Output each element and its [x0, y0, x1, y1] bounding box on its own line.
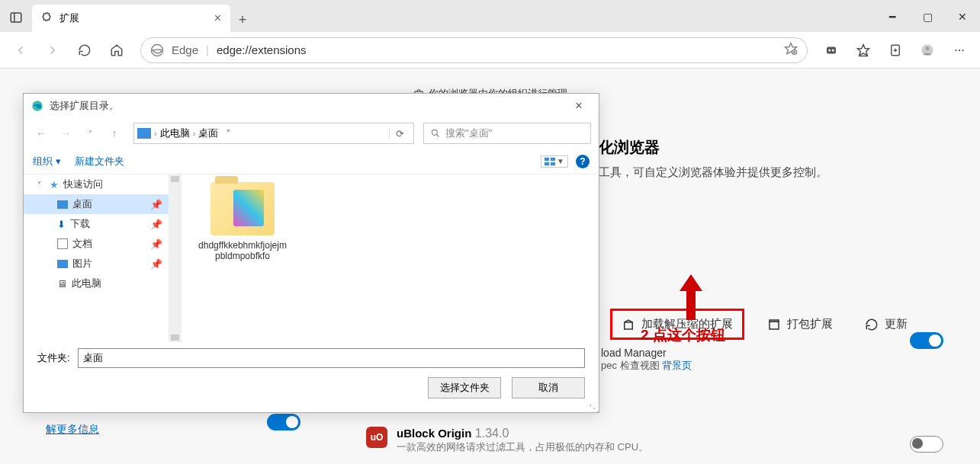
- dev-mode-toggle[interactable]: [267, 414, 300, 430]
- nav-recent-button[interactable]: ˅: [80, 123, 100, 143]
- sidebar-desktop[interactable]: 桌面📌: [24, 194, 169, 214]
- extension-toggle[interactable]: [910, 332, 943, 349]
- view-icon: [545, 157, 555, 166]
- resize-handle[interactable]: [589, 402, 596, 410]
- new-tab-button[interactable]: +: [230, 8, 255, 32]
- toolbar-icon-a[interactable]: [817, 36, 846, 65]
- profile-button[interactable]: [913, 36, 942, 65]
- svg-rect-29: [545, 157, 549, 160]
- svg-rect-21: [625, 322, 633, 329]
- svg-line-28: [437, 135, 439, 137]
- nav-forward-button[interactable]: →: [56, 123, 76, 143]
- more-button[interactable]: [945, 36, 974, 65]
- view-options-button[interactable]: ▼: [541, 155, 568, 168]
- svg-point-9: [832, 49, 834, 51]
- svg-point-17: [955, 49, 956, 50]
- arrow-up-icon: [676, 274, 706, 320]
- svg-rect-31: [545, 162, 549, 165]
- favorite-icon[interactable]: [784, 42, 798, 58]
- breadcrumb-dropdown[interactable]: ˅: [221, 128, 236, 139]
- refresh-icon: [865, 318, 879, 331]
- page-description: 工具，可自定义浏览器体验并提供更多控制。: [599, 165, 957, 180]
- cancel-button[interactable]: 取消: [512, 377, 585, 398]
- search-icon: [430, 128, 441, 139]
- svg-point-19: [962, 49, 963, 50]
- pack-extension-button[interactable]: 打包扩展: [758, 311, 842, 338]
- help-button[interactable]: ?: [576, 155, 590, 168]
- svg-rect-30: [551, 157, 555, 160]
- browser-tab[interactable]: 扩展 ×: [32, 5, 230, 32]
- forward-button[interactable]: [38, 36, 67, 65]
- background-page-link[interactable]: 背景页: [662, 360, 692, 371]
- extension-name: uBlock Origin: [397, 427, 471, 440]
- refresh-button[interactable]: [70, 36, 99, 65]
- svg-rect-32: [551, 162, 555, 165]
- archive-icon: [767, 318, 781, 331]
- extension-card: uO uBlock Origin 1.34.0 一款高效的网络请求过滤工具，占用…: [366, 427, 648, 454]
- folder-item[interactable]: dhdgffkkebhmkfjojejmpbldmpobfkfo: [197, 182, 288, 261]
- tab-strip: 扩展 × +: [32, 0, 255, 32]
- extension-version: 1.34.0: [475, 427, 509, 440]
- search-input[interactable]: 搜索"桌面": [423, 123, 591, 144]
- nav-back-button[interactable]: ←: [31, 123, 51, 143]
- dialog-title: 选择扩展目录。: [50, 99, 119, 113]
- svg-rect-7: [827, 46, 836, 53]
- maximize-button[interactable]: ▢: [910, 2, 945, 32]
- sidebar-documents[interactable]: 文档📌: [24, 234, 169, 254]
- address-bar[interactable]: Edge | edge://extensions: [140, 37, 808, 63]
- drive-icon: [137, 128, 151, 139]
- extension-partial: load Manager pec 检查视图 背景页: [601, 347, 692, 373]
- svg-rect-0: [11, 13, 21, 22]
- svg-rect-23: [770, 320, 779, 322]
- svg-rect-22: [770, 322, 779, 329]
- addressbar-brand: Edge: [172, 43, 198, 56]
- extension-description: 一款高效的网络请求过滤工具，占用极低的内存和 CPU。: [397, 440, 648, 454]
- svg-point-16: [926, 46, 930, 50]
- nav-refresh-button[interactable]: ⟳: [389, 128, 410, 139]
- tab-title: 扩展: [59, 11, 79, 25]
- sidebar-quick-access[interactable]: ˅★快速访问: [24, 174, 169, 194]
- ublock-icon: uO: [366, 427, 387, 448]
- folder-icon: [210, 182, 275, 235]
- home-button[interactable]: [102, 36, 131, 65]
- separator: |: [206, 43, 209, 56]
- breadcrumb[interactable]: › 此电脑 › 桌面 ˅ ⟳: [133, 123, 414, 144]
- select-folder-button[interactable]: 选择文件夹: [428, 377, 501, 398]
- close-tab-icon[interactable]: ×: [214, 11, 221, 25]
- addressbar-url: edge://extensions: [217, 43, 776, 56]
- dialog-close-button[interactable]: ×: [567, 99, 591, 113]
- collections-button[interactable]: [881, 36, 910, 65]
- folder-label: 文件夹:: [37, 351, 70, 365]
- dialog-sidebar: ˅★快速访问 桌面📌 ⬇下载📌 文档📌 图片📌 🖥此电脑: [24, 174, 169, 342]
- extension-icon: [41, 12, 53, 24]
- sidebar-this-pc[interactable]: 🖥此电脑: [24, 274, 169, 293]
- edge-logo-icon: [150, 43, 164, 57]
- annotation-step-2: 2.点这个按钮: [641, 325, 725, 345]
- learn-more-link[interactable]: 解更多信息: [46, 423, 99, 437]
- window-titlebar: 扩展 × + ━ ▢ ✕: [0, 0, 980, 32]
- update-button[interactable]: 更新: [856, 311, 917, 338]
- svg-marker-25: [680, 274, 702, 320]
- app-sidebar-icon[interactable]: [0, 0, 32, 32]
- svg-point-18: [959, 49, 960, 50]
- sidebar-pictures[interactable]: 图片📌: [24, 254, 169, 274]
- svg-point-8: [828, 49, 831, 51]
- package-icon: [622, 318, 635, 331]
- edge-icon: [31, 100, 43, 112]
- minimize-button[interactable]: ━: [875, 2, 910, 32]
- back-button[interactable]: [6, 36, 35, 65]
- ublock-toggle[interactable]: [910, 436, 943, 453]
- sidebar-scrollbar[interactable]: [169, 174, 182, 342]
- svg-marker-10: [858, 44, 869, 55]
- organize-button[interactable]: 组织 ▾: [33, 155, 61, 168]
- new-folder-button[interactable]: 新建文件夹: [75, 155, 124, 168]
- sidebar-downloads[interactable]: ⬇下载📌: [24, 214, 169, 234]
- file-list[interactable]: dhdgffkkebhmkfjojejmpbldmpobfkfo: [182, 174, 599, 342]
- nav-up-button[interactable]: ↑: [104, 123, 124, 143]
- folder-path-input[interactable]: [78, 348, 585, 368]
- page-heading: 化浏览器: [599, 137, 957, 158]
- close-window-button[interactable]: ✕: [945, 2, 980, 32]
- favorites-button[interactable]: [849, 36, 878, 65]
- browser-toolbar: Edge | edge://extensions: [0, 32, 980, 69]
- file-picker-dialog: 选择扩展目录。 × ← → ˅ ↑ › 此电脑 › 桌面 ˅ ⟳ 搜索"桌面" …: [23, 93, 599, 413]
